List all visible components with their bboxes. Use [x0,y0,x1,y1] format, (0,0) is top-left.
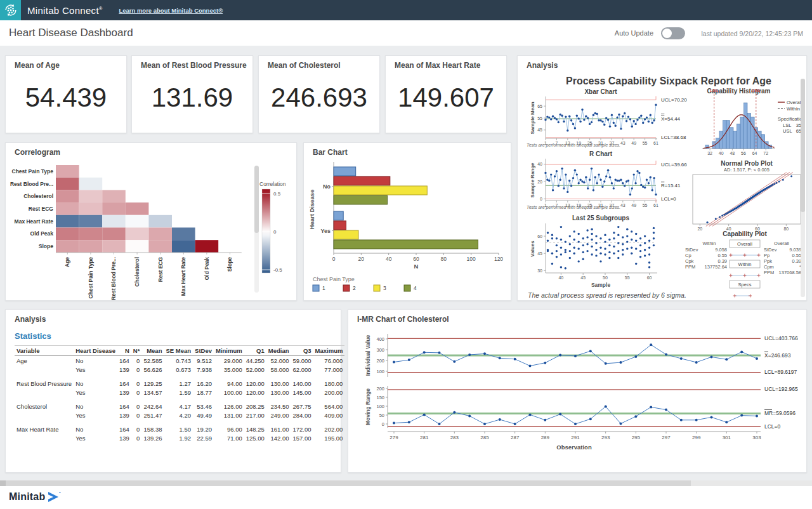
svg-text:Old Peak: Old Peak [204,257,210,281]
svg-text:Pp: Pp [764,253,769,258]
column-header: Heart Disease [74,346,117,356]
svg-text:43: 43 [620,203,625,208]
column-header: StDev [193,346,214,356]
svg-text:289: 289 [541,435,550,440]
panel-title: Analysis [527,61,558,70]
column-header: N [117,346,131,356]
table-cell [15,411,74,420]
svg-text:45: 45 [537,251,542,256]
svg-text:150: 150 [376,395,384,400]
svg-text:40: 40 [537,162,542,166]
svg-text:Chest Pain Type: Chest Pain Type [12,168,54,175]
correlogram-heatmap: Chest Pain TypeRest Blood Pre...Choleste… [6,157,295,300]
svg-text:LSL: LSL [710,88,719,93]
page-footer: Minitab [0,486,812,509]
table-row: Yes1390134.571.5918.77100.00120.00130.00… [15,388,344,397]
svg-text:Rest ECG: Rest ECG [29,206,54,212]
svg-text:20: 20 [537,180,542,184]
table-cell: 59.000 [291,356,313,366]
svg-text:Within: Within [703,241,716,246]
scroll-left-button[interactable] [0,480,6,486]
analysis-statistics-card: Analysis Statistics VariableHeart Diseas… [5,309,341,473]
kpi-value: 149.607 [386,83,506,113]
svg-text:Cholesterol: Cholesterol [134,257,140,287]
svg-text:49: 49 [631,203,636,208]
table-cell: 1.92 [164,433,193,442]
svg-text:9.058: 9.058 [715,247,727,253]
table-cell: 0 [131,402,142,411]
page-header: Heart Disease Dashboard Auto Update last… [0,20,812,46]
table-cell: 0.673 [164,365,193,374]
svg-text:120: 120 [494,256,503,262]
column-header: Q3 [291,346,313,356]
svg-text:400: 400 [376,336,384,342]
auto-update-toggle[interactable] [661,27,685,39]
svg-text:9.039: 9.039 [789,247,801,253]
svg-text:The actual process spread is r: The actual process spread is represented… [528,291,686,299]
learn-more-link[interactable]: Learn more about Minitab Connect® [119,7,223,14]
table-cell: 4.20 [164,411,193,420]
table-cell: 44.250 [244,356,266,366]
table-cell: 49.49 [193,411,214,420]
sixpack-scrollbar[interactable] [801,79,805,297]
table-cell: 77.000 [313,365,345,374]
table-row: Yes1390251.474.2049.49131.00217.00249.00… [15,411,344,420]
svg-text:Within: Within [738,261,752,267]
table-cell: 148.25 [244,425,266,433]
horizontal-scrollbar[interactable] [0,480,812,486]
table-cell: Rest Blood Pressure [15,379,74,388]
svg-text:R Chart: R Chart [589,150,613,157]
footer-brand-text: Minitab [9,491,45,503]
svg-text:Yes: Yes [320,228,331,234]
column-header: Variable [15,346,74,356]
svg-text:Cpm: Cpm [764,264,774,270]
table-cell: 0 [131,425,142,433]
svg-text:300: 300 [376,347,384,353]
minitab-footer-logo[interactable]: Minitab [9,491,63,503]
kpi-card-age: Mean of Age 54.439 [5,55,127,133]
table-cell: 139 [117,411,131,420]
scrollbar-thumb[interactable] [801,79,805,212]
table-cell: 130.00 [266,388,291,397]
svg-text:55: 55 [643,141,648,145]
table-cell: 100.00 [214,388,244,397]
minitab-connect-logo[interactable] [0,0,21,20]
table-cell: 217.00 [244,411,266,420]
brand-registered-mark: ® [99,6,102,11]
svg-text:100: 100 [467,256,476,262]
svg-text:Tests are performed with unequ: Tests are performed with unequal sample … [527,205,620,210]
svg-text:0.5: 0.5 [273,191,281,197]
svg-text:X=54.44: X=54.44 [661,116,681,122]
svg-text:0.39: 0.39 [792,258,801,264]
table-cell: 130.00 [266,379,291,388]
table-row: Yes139056.6260.6737.93835.00052.00058.00… [15,365,344,374]
kpi-value: 246.693 [259,83,379,113]
svg-text:Cpk: Cpk [685,258,694,264]
svg-text:295: 295 [632,435,641,440]
table-cell: 71.00 [214,433,244,442]
svg-text:AD: 1.517, P: < 0.005: AD: 1.517, P: < 0.005 [724,167,769,173]
svg-text:301: 301 [723,435,731,440]
svg-text:137068.58: 137068.58 [779,270,801,275]
table-cell: Yes [74,411,117,420]
table-cell: 195.00 [313,433,345,442]
svg-text:LSL: LSL [783,122,791,128]
svg-text:Chest Pain Type: Chest Pain Type [88,257,94,299]
svg-text:Old Peak: Old Peak [30,230,54,237]
svg-text:Max Heart Rate: Max Heart Rate [15,218,54,225]
scrollbar-thumb[interactable] [6,480,691,486]
svg-text:Observation: Observation [556,444,592,451]
table-cell: 35.000 [214,365,244,374]
bar-chart-card: Bar Chart 020406080100120NoYesHeart Dise… [303,142,511,301]
table-row: Yes1390139.261.9222.5971.00125.00142.001… [15,433,344,442]
svg-text:32: 32 [707,151,712,155]
table-cell: 94.00 [214,379,244,388]
panel-title: Correlogram [15,148,60,157]
svg-text:Ppk: Ppk [764,258,772,264]
svg-text:PPM: PPM [685,264,695,270]
table-cell: 139 [117,433,131,442]
column-header: Q1 [244,346,266,356]
kpi-card-rest-bp: Mean of Rest Blood Pressure 131.69 [131,55,253,133]
table-cell: Max Heart Rate [15,425,74,433]
table-cell: 0 [131,433,142,442]
